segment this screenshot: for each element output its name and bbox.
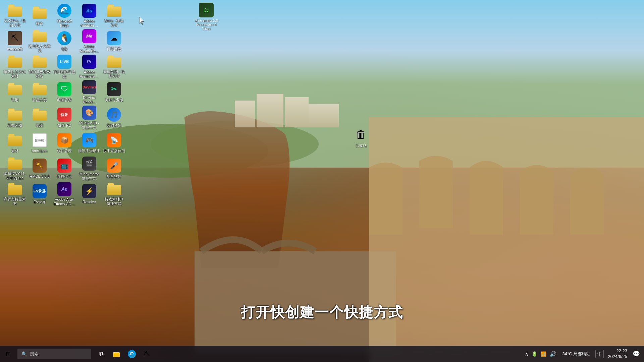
search-text: 搜索 — [30, 351, 39, 357]
icon-diannaoguanjia[interactable]: 🛡 电脑管家 — [52, 79, 76, 105]
notification-button[interactable]: 💬 — [631, 350, 641, 358]
icon-chaojiwuqi[interactable]: 超星武发 — [28, 79, 52, 105]
icon-paduistandjun[interactable]: 排队队立大功素材 — [3, 54, 27, 79]
task-view-button[interactable]: ⧉ — [94, 347, 109, 361]
icon-bilibili[interactable]: LIVE 哔哩哔哩直播姬 — [52, 54, 76, 79]
icon-davinci[interactable]: DaVinci DaVinciResol... — [77, 79, 101, 105]
taskbar-pinned-apps: ⧉ 🌊 ⛏ — [94, 347, 155, 361]
icon-minecraft[interactable]: ⛏ minecraft — [3, 28, 27, 54]
weather-display[interactable]: 34°C 局部晴朗 — [559, 351, 593, 357]
icon-sucai[interactable]: 素材 — [3, 130, 27, 156]
system-tray: ∧ 🔋 📶 🔊 — [524, 350, 557, 358]
icon-jinrui[interactable]: 进出队人大军夫 — [28, 28, 52, 54]
icon-qq[interactable]: 🐧 QQ — [52, 28, 76, 54]
icon-zhibo[interactable]: 📺 直播伴侣 — [52, 156, 76, 181]
icon-adobeaudition[interactable]: Au AdobeAudition ... — [77, 3, 101, 28]
icon-adobemedia[interactable]: Me AdobeMedia En... — [77, 28, 101, 54]
taskbar-search-box[interactable]: 🔍 搜索 — [17, 349, 91, 359]
icon-outeluoerbianhao[interactable]: 奥特罗V.011.未知的Xpc — [3, 156, 27, 181]
tray-battery-icon: 🔋 — [531, 351, 538, 357]
icon-mineimator2[interactable]: 🎬 Mine-imator快捷方式 — [77, 156, 101, 181]
language-indicator[interactable]: 中 — [595, 350, 604, 358]
desktop-icons-area: 天空站点 - 快 启方式 微奇 🌊 MicrosoftEdge Au Adobe… — [0, 0, 127, 255]
desktop: 天空站点 - 快 启方式 微奇 🌊 MicrosoftEdge Au Adobe… — [0, 0, 644, 362]
icon-wodesheijiqidian[interactable]: 我的世界格效材质 — [28, 54, 52, 79]
icon-hmcl358[interactable]: ⛏ HMCL-3.5.8 — [28, 156, 52, 181]
icon-evping[interactable]: EV录屏 EV录屏 — [28, 181, 52, 206]
icon-mineimator-topright[interactable]: 🗂 Mine-imator 2.0 Pre-release 4 Vissu — [193, 1, 220, 32]
clock-date: 2024/6/25 — [608, 354, 627, 360]
icon-langouyinyue[interactable]: 🎵 蓝狗音乐 — [102, 105, 126, 130]
icon-hmcljson[interactable]: {json} hmcl.json — [28, 130, 52, 156]
icon-recycle-bin[interactable]: 🗑 回收站 — [349, 126, 373, 149]
icon-baiduwangpan[interactable]: ☁ 百度网盘 — [102, 28, 126, 54]
icon-ruanjian[interactable]: 📦 软件管理 — [52, 130, 76, 156]
icon-xinbiaozhan[interactable]: 新建站图 - 快捷方式 — [102, 54, 126, 79]
icon-skins[interactable]: Skins - 快捷方式 — [102, 3, 126, 28]
clock[interactable]: 22:23 2024/6/25 — [606, 348, 629, 360]
icon-resolve[interactable]: ⚡ Resolve — [77, 181, 101, 206]
taskbar: ⊞ 🔍 搜索 ⧉ 🌊 ⛏ ∧ 🔋 📶 🔊 34°C 局部晴朗 中 22:23 2… — [0, 346, 644, 362]
icon-premiere[interactable]: Pr AdobePremiere ... — [77, 54, 101, 79]
icon-peiyun[interactable]: 🎤 配音软件 — [102, 156, 126, 181]
icon-jianying[interactable]: ✂ 剪映专业版 — [102, 79, 126, 105]
icon-mcskin3d[interactable]: 🎨 MCSkin3D -快捷方式 — [77, 105, 101, 130]
icon-changyong[interactable]: 常用 — [3, 79, 27, 105]
taskbar-right: ∧ 🔋 📶 🔊 34°C 局部晴朗 中 22:23 2024/6/25 💬 — [524, 348, 644, 360]
icon-weichi[interactable]: 微奇 — [28, 3, 52, 28]
icon-kuaipc[interactable]: 快牙 快牙 PC — [52, 105, 76, 130]
taskbar-file-explorer[interactable] — [109, 347, 124, 361]
start-button[interactable]: ⊞ — [0, 346, 16, 362]
search-icon: 🔍 — [21, 351, 27, 357]
tray-volume-icon: 🔊 — [549, 350, 557, 358]
tray-wifi-icon: 📶 — [540, 351, 547, 357]
subtitle-text: 打开快创建一个快捷方式 — [241, 303, 403, 322]
svg-rect-10 — [113, 353, 120, 357]
icon-saoluomote[interactable]: 赛罗奥特曼素材 — [3, 181, 27, 206]
taskbar-minecraft[interactable]: ⛏ — [140, 347, 155, 361]
mouse-cursor — [139, 17, 146, 25]
clock-time: 22:23 — [616, 348, 627, 354]
taskbar-edge[interactable]: 🌊 — [124, 347, 139, 361]
icon-ditu[interactable]: 地图 — [28, 105, 52, 130]
tray-chevron[interactable]: ∧ — [524, 351, 529, 357]
icon-wanzhi[interactable]: 万知艺图 — [3, 105, 27, 130]
icon-tiankongyizhan[interactable]: 天空站点 - 快 启方式 — [3, 3, 27, 28]
icon-tengxunyoushou[interactable]: 🎮 腾讯手游助手 — [77, 130, 101, 156]
icon-texiaosucai[interactable]: 特效素材01快捷方式 — [102, 181, 126, 206]
icon-kuaishouzhibopeiban[interactable]: 📡 快手直播伴侣 — [102, 130, 126, 156]
icon-microsoftedge[interactable]: 🌊 MicrosoftEdge — [52, 3, 76, 28]
icon-adobeafter[interactable]: Ae Adobe AfterEffects CC ... — [52, 181, 76, 206]
